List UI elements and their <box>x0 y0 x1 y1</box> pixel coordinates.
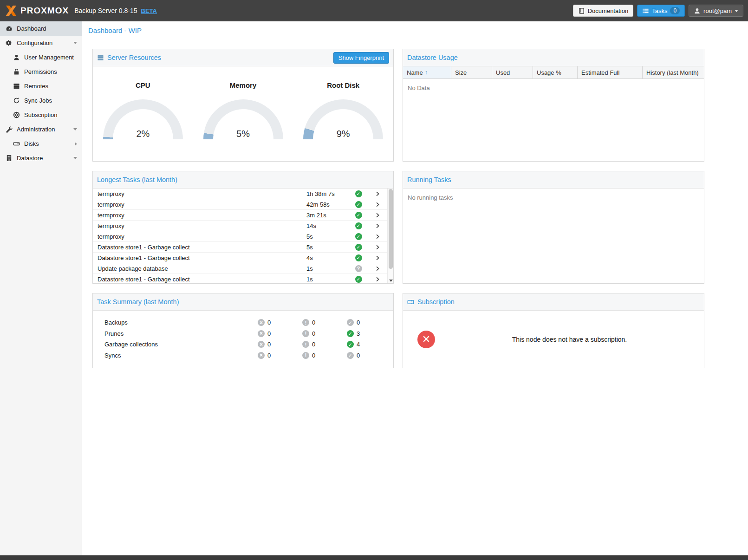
task-summary-panel: Task Summary (last Month) Backups 0 0 0 … <box>92 293 394 368</box>
show-fingerprint-button[interactable]: Show Fingerprint <box>333 52 389 64</box>
task-open-chevron[interactable] <box>368 212 387 218</box>
task-name: termproxy <box>93 212 306 219</box>
summary-row: Backups 0 0 0 <box>93 317 393 328</box>
sidebar-item-sync-jobs[interactable]: Sync Jobs <box>0 93 82 108</box>
warning-count-icon <box>302 341 309 348</box>
sidebar: Dashboard Configuration User Management … <box>0 21 82 555</box>
error-count-icon <box>258 352 265 359</box>
summary-label: Prunes <box>93 330 258 337</box>
chevron-down-icon <box>73 157 77 159</box>
vertical-scrollbar[interactable] <box>387 189 393 284</box>
sidebar-item-label: Disks <box>24 140 71 147</box>
task-duration: 1s <box>306 265 349 272</box>
logo-wordmark: PROXMOX <box>20 6 69 16</box>
sort-ascending-icon: ↑ <box>425 69 428 76</box>
sidebar-item-administration[interactable]: Administration <box>0 122 82 137</box>
sidebar-item-disks[interactable]: Disks <box>0 137 82 151</box>
tasks-button[interactable]: Tasks 0 <box>637 5 685 17</box>
task-row[interactable]: Update package database 1s <box>93 263 387 274</box>
chevron-down-icon <box>735 10 738 12</box>
column-label: Used <box>496 69 510 76</box>
task-name: termproxy <box>93 233 306 240</box>
warning-count-icon <box>302 319 309 326</box>
task-open-chevron[interactable] <box>368 223 387 229</box>
task-open-chevron[interactable] <box>368 191 387 197</box>
task-status-icon <box>355 254 362 261</box>
task-name: termproxy <box>93 222 306 229</box>
user-menu-button[interactable]: root@pam <box>689 5 743 17</box>
error-count-icon <box>258 319 265 326</box>
ok-count: 4 <box>357 341 360 348</box>
sidebar-item-remotes[interactable]: Remotes <box>0 79 82 93</box>
column-header-estimated-full[interactable]: Estimated Full <box>578 66 643 78</box>
server-resources-icon <box>97 54 104 61</box>
sidebar-item-dashboard[interactable]: Dashboard <box>0 21 82 36</box>
refresh-icon <box>13 97 20 104</box>
warning-count: 0 <box>312 330 315 337</box>
server-icon <box>13 83 20 90</box>
gauge-memory: Memory 5% <box>193 81 293 139</box>
no-subscription-icon: ✕ <box>417 331 435 348</box>
task-open-chevron[interactable] <box>368 266 387 272</box>
task-row[interactable]: Datastore store1 - Garbage collect 1s <box>93 274 387 284</box>
subscription-panel: Subscription ✕ This node does not have a… <box>403 293 704 368</box>
topbar-actions: Documentation Tasks 0 root@pam <box>573 5 743 17</box>
error-count: 0 <box>267 330 271 337</box>
longest-tasks-grid: termproxy 1h 38m 7s termproxy 42m 58s <box>93 189 393 284</box>
sidebar-item-user-management[interactable]: User Management <box>0 50 82 65</box>
summary-row: Garbage collections 0 0 4 <box>93 339 393 350</box>
tasks-label: Tasks <box>652 7 667 14</box>
panel-title: Subscription <box>417 298 455 306</box>
task-open-chevron[interactable] <box>368 276 387 282</box>
sidebar-item-configuration[interactable]: Configuration <box>0 36 82 50</box>
task-name: termproxy <box>93 190 306 197</box>
beta-link[interactable]: BETA <box>141 7 157 14</box>
gauge-value: 5% <box>203 129 283 139</box>
no-running-tasks-text: No running tasks <box>403 189 704 207</box>
scrollbar-thumb[interactable] <box>389 189 393 269</box>
task-open-chevron[interactable] <box>368 255 387 261</box>
task-summary-body: Backups 0 0 0 Prunes 0 0 3 Garbage colle… <box>93 311 393 361</box>
ok-count: 0 <box>357 352 360 359</box>
panel-title: Running Tasks <box>407 176 451 183</box>
task-row[interactable]: termproxy 3m 21s <box>93 210 387 221</box>
task-row[interactable]: Datastore store1 - Garbage collect 4s <box>93 253 387 263</box>
warning-count-icon <box>302 330 309 337</box>
sidebar-item-label: Remotes <box>24 83 77 90</box>
task-open-chevron[interactable] <box>368 234 387 240</box>
column-header-size[interactable]: Size <box>451 66 492 78</box>
column-label: Usage % <box>537 69 561 76</box>
sidebar-item-subscription[interactable]: Subscription <box>0 108 82 122</box>
panel-title: Datastore Usage <box>407 54 458 61</box>
task-duration: 3m 21s <box>306 212 349 219</box>
sidebar-item-permissions[interactable]: Permissions <box>0 65 82 79</box>
task-open-chevron[interactable] <box>368 244 387 250</box>
ok-count-icon <box>347 319 354 326</box>
task-row[interactable]: termproxy 1h 38m 7s <box>93 189 387 199</box>
column-header-usage[interactable]: Usage % <box>533 66 578 78</box>
ok-count: 3 <box>357 330 360 337</box>
gauge-label: CPU <box>136 81 150 89</box>
task-row[interactable]: termproxy 42m 58s <box>93 199 387 210</box>
column-header-name[interactable]: Name ↑ <box>403 66 451 78</box>
gears-icon <box>6 39 13 46</box>
tasks-count-badge: 0 <box>670 7 680 14</box>
task-name: Update package database <box>93 265 306 272</box>
sidebar-item-datastore[interactable]: Datastore <box>0 151 82 165</box>
error-count-icon <box>258 330 265 337</box>
wrench-icon <box>6 126 13 133</box>
sidebar-item-label: Dashboard <box>17 25 77 32</box>
task-row[interactable]: termproxy 5s <box>93 231 387 242</box>
column-header-used[interactable]: Used <box>492 66 533 78</box>
gauge-arc: 5% <box>203 99 283 139</box>
task-row[interactable]: termproxy 14s <box>93 221 387 231</box>
documentation-button[interactable]: Documentation <box>573 5 633 17</box>
task-status-icon <box>355 265 362 272</box>
task-row[interactable]: Datastore store1 - Garbage collect 5s <box>93 242 387 253</box>
sidebar-item-label: Datastore <box>17 155 69 162</box>
task-open-chevron[interactable] <box>368 202 387 208</box>
datastore-usage-panel: Datastore Usage Name ↑ Size Used Usage %… <box>403 49 704 162</box>
column-header-history[interactable]: History (last Month) <box>643 66 704 78</box>
scrollbar-down-arrow-icon[interactable] <box>389 280 393 282</box>
chevron-right-icon <box>75 142 77 146</box>
